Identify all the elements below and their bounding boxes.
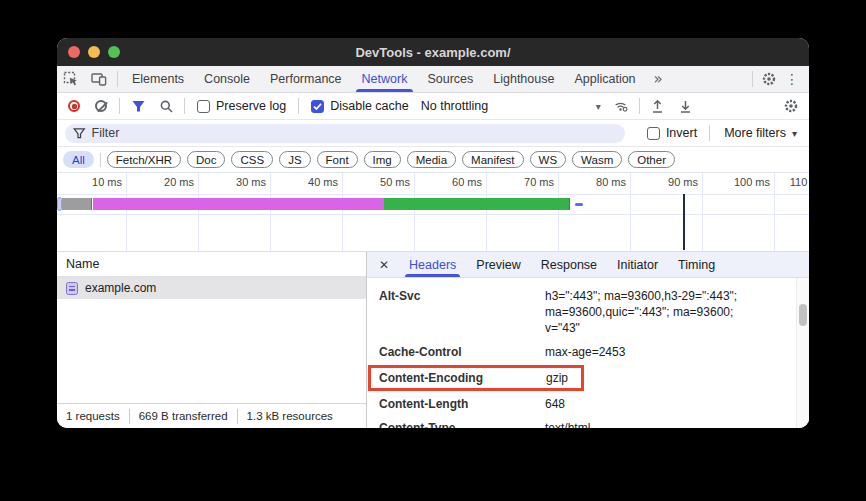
checkbox-unchecked[interactable] bbox=[197, 100, 210, 113]
chip-js[interactable]: JS bbox=[279, 151, 310, 168]
header-key: Content-Encoding bbox=[379, 370, 546, 386]
filter-input-wrap[interactable] bbox=[65, 124, 625, 143]
timeline-gridline bbox=[270, 173, 271, 251]
overview-band-bottom-line bbox=[57, 214, 809, 215]
timeline-gridline bbox=[558, 173, 559, 251]
header-row-content-encoding[interactable]: Content-Encoding gzip bbox=[371, 370, 581, 386]
tab-timing[interactable]: Timing bbox=[668, 252, 725, 277]
request-list-empty-space bbox=[57, 299, 366, 403]
chip-ws[interactable]: WS bbox=[530, 151, 567, 168]
tab-label: Response bbox=[541, 258, 597, 272]
chip-all[interactable]: All bbox=[63, 151, 94, 168]
settings-gear-icon[interactable] bbox=[761, 71, 777, 87]
kebab-menu-icon[interactable]: ⋮ bbox=[781, 71, 809, 87]
record-button[interactable] bbox=[68, 100, 80, 112]
chip-css[interactable]: CSS bbox=[231, 151, 273, 168]
chip-img[interactable]: Img bbox=[364, 151, 401, 168]
tab-label: Lighthouse bbox=[493, 72, 554, 86]
close-icon[interactable]: ✕ bbox=[367, 258, 399, 272]
chip-media[interactable]: Media bbox=[407, 151, 456, 168]
header-row-alt-svc[interactable]: Alt-Svc h3=":443"; ma=93600,h3-29=":443"… bbox=[367, 284, 795, 340]
network-conditions-icon[interactable] bbox=[613, 98, 629, 114]
network-main-area: Name example.com 1 requests 669 B transf… bbox=[57, 252, 809, 428]
device-toolbar-icon[interactable] bbox=[91, 71, 107, 87]
import-har-icon[interactable] bbox=[650, 98, 666, 114]
disable-cache-label: Disable cache bbox=[330, 99, 409, 113]
checkbox-unchecked[interactable] bbox=[647, 127, 660, 140]
tab-label: Elements bbox=[132, 72, 184, 86]
waterfall-load-dash bbox=[575, 203, 583, 206]
header-row-content-length[interactable]: Content-Length 648 bbox=[367, 392, 795, 416]
divider bbox=[119, 98, 120, 114]
tab-response[interactable]: Response bbox=[531, 252, 607, 277]
devtools-window: DevTools - example.com/ Elements Console… bbox=[57, 38, 809, 428]
invert-checkbox[interactable]: Invert bbox=[639, 126, 705, 140]
detail-scrollbar[interactable] bbox=[796, 278, 809, 428]
titlebar: DevTools - example.com/ bbox=[57, 38, 809, 66]
tab-label: Network bbox=[362, 72, 408, 86]
preserve-log-checkbox[interactable]: Preserve log bbox=[189, 99, 294, 113]
timeline-tick-label: 70 ms bbox=[498, 176, 554, 188]
tab-network[interactable]: Network bbox=[352, 66, 418, 92]
throttling-select[interactable]: No throttling ▾ bbox=[417, 99, 607, 113]
window-title: DevTools - example.com/ bbox=[57, 45, 809, 60]
header-value: gzip bbox=[546, 370, 581, 386]
timeline-tick-label: 10 ms bbox=[66, 176, 122, 188]
timeline-tick-label: 110 ms bbox=[769, 176, 809, 188]
tab-performance[interactable]: Performance bbox=[260, 66, 352, 92]
timeline-tick-label: 30 ms bbox=[210, 176, 266, 188]
waterfall-segment-waiting bbox=[93, 198, 384, 210]
network-settings-gear-icon[interactable] bbox=[783, 98, 799, 114]
tab-lighthouse[interactable]: Lighthouse bbox=[483, 66, 564, 92]
detail-tabbar: ✕ Headers Preview Response Initiator Tim… bbox=[367, 252, 809, 278]
filter-funnel-small-icon bbox=[73, 127, 86, 140]
filter-bar: Invert More filters ▾ bbox=[57, 120, 809, 147]
chip-fetch-xhr[interactable]: Fetch/XHR bbox=[107, 151, 181, 168]
disable-cache-checkbox[interactable]: Disable cache bbox=[303, 99, 417, 113]
timeline-gridline bbox=[198, 173, 199, 251]
header-row-cache-control[interactable]: Cache-Control max-age=2453 bbox=[367, 340, 795, 364]
chip-doc[interactable]: Doc bbox=[187, 151, 225, 168]
tab-initiator[interactable]: Initiator bbox=[607, 252, 668, 277]
preserve-log-label: Preserve log bbox=[216, 99, 286, 113]
chip-manifest[interactable]: Manifest bbox=[462, 151, 523, 168]
header-key: Content-Length bbox=[379, 396, 545, 412]
request-row-example-com[interactable]: example.com bbox=[57, 277, 366, 299]
more-tabs-icon[interactable]: » bbox=[646, 70, 669, 88]
inspect-element-icon[interactable] bbox=[63, 71, 79, 87]
filter-funnel-icon[interactable] bbox=[130, 98, 146, 114]
filter-input[interactable] bbox=[92, 126, 617, 140]
tab-elements[interactable]: Elements bbox=[122, 66, 194, 92]
chip-wasm[interactable]: Wasm bbox=[572, 151, 622, 168]
tab-label: Console bbox=[204, 72, 250, 86]
highlight-box: Content-Encoding gzip bbox=[368, 365, 584, 391]
timeline-tick-label: 40 ms bbox=[282, 176, 338, 188]
checkbox-checked[interactable] bbox=[311, 100, 324, 113]
more-filters-button[interactable]: More filters ▾ bbox=[714, 126, 809, 140]
chip-other[interactable]: Other bbox=[628, 151, 675, 168]
tab-application[interactable]: Application bbox=[564, 66, 645, 92]
tab-headers[interactable]: Headers bbox=[399, 252, 466, 277]
scrollbar-thumb[interactable] bbox=[799, 304, 807, 326]
clear-button[interactable] bbox=[95, 100, 107, 112]
tab-preview[interactable]: Preview bbox=[466, 252, 530, 277]
tab-sources[interactable]: Sources bbox=[417, 66, 483, 92]
header-row-content-type[interactable]: Content-Type text/html bbox=[367, 416, 795, 428]
request-list-panel: Name example.com 1 requests 669 B transf… bbox=[57, 252, 367, 428]
tab-label: Headers bbox=[409, 258, 456, 272]
divider bbox=[298, 98, 299, 114]
network-toolbar: Preserve log Disable cache No throttling… bbox=[57, 93, 809, 120]
export-har-icon[interactable] bbox=[678, 98, 694, 114]
header-value: max-age=2453 bbox=[545, 344, 760, 360]
name-column-header[interactable]: Name bbox=[57, 252, 366, 277]
divider bbox=[639, 98, 640, 114]
search-icon[interactable] bbox=[158, 98, 174, 114]
network-status-bar: 1 requests 669 B transferred 1.3 kB reso… bbox=[57, 403, 366, 428]
waterfall-segment-download bbox=[384, 198, 570, 210]
chip-font[interactable]: Font bbox=[317, 151, 358, 168]
tab-console[interactable]: Console bbox=[194, 66, 260, 92]
network-overview-timeline[interactable]: 10 ms 20 ms 30 ms 40 ms 50 ms 60 ms 70 m… bbox=[57, 172, 809, 252]
requests-count: 1 requests bbox=[57, 410, 129, 422]
timeline-tick-label: 80 ms bbox=[570, 176, 626, 188]
header-key: Content-Type bbox=[379, 420, 545, 428]
